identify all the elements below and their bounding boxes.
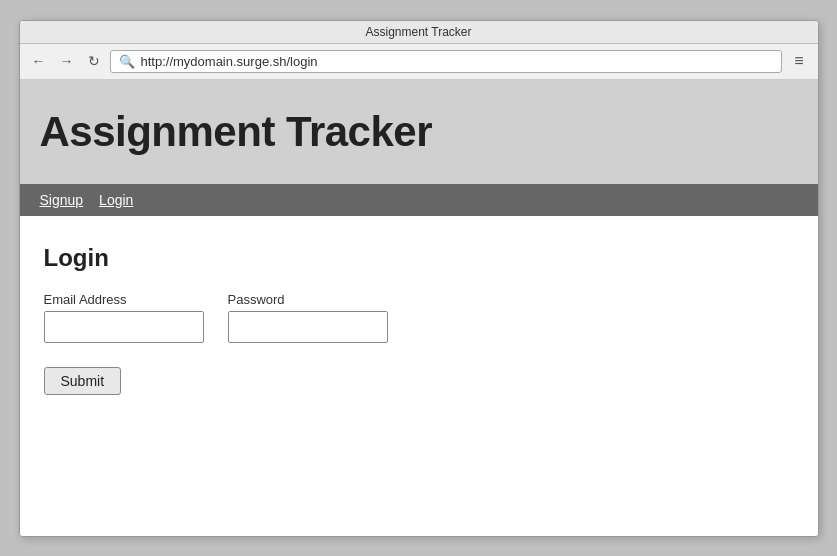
signup-link[interactable]: Signup: [40, 192, 84, 208]
email-group: Email Address: [44, 292, 204, 343]
forward-button[interactable]: →: [56, 52, 78, 70]
menu-icon[interactable]: ≡: [788, 50, 809, 72]
main-content: Login Email Address Password Submit: [20, 216, 818, 536]
browser-titlebar: Assignment Tracker: [20, 21, 818, 44]
login-heading: Login: [44, 244, 794, 272]
submit-button[interactable]: Submit: [44, 367, 122, 395]
page-title: Assignment Tracker: [40, 108, 798, 156]
browser-window: Assignment Tracker ← → ↻ 🔍 ≡ Assignment …: [19, 20, 819, 537]
address-bar-input[interactable]: [141, 54, 774, 69]
browser-toolbar: ← → ↻ 🔍 ≡: [20, 44, 818, 80]
nav-bar: Signup Login: [20, 184, 818, 216]
form-fields-row: Email Address Password: [44, 292, 794, 343]
back-button[interactable]: ←: [28, 52, 50, 70]
email-input[interactable]: [44, 311, 204, 343]
browser-title: Assignment Tracker: [365, 25, 471, 39]
page-header: Assignment Tracker: [20, 80, 818, 184]
address-bar-wrapper: 🔍: [110, 50, 783, 73]
email-label: Email Address: [44, 292, 204, 307]
search-icon: 🔍: [119, 54, 135, 69]
refresh-button[interactable]: ↻: [84, 52, 104, 70]
password-group: Password: [228, 292, 388, 343]
login-link[interactable]: Login: [99, 192, 133, 208]
password-label: Password: [228, 292, 388, 307]
password-input[interactable]: [228, 311, 388, 343]
